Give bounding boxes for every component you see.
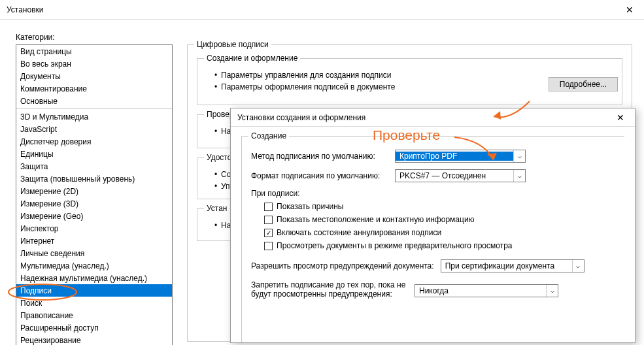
fieldset-legend: Создание и оформление bbox=[204, 54, 300, 63]
checkbox-label: Просмотреть документы в режиме предварит… bbox=[277, 241, 513, 250]
list-item[interactable]: Личные сведения bbox=[16, 247, 172, 259]
list-separator bbox=[16, 108, 172, 109]
list-item[interactable]: Мультимедиа (унаслед.) bbox=[16, 259, 172, 272]
checkbox-label: Показать местоположение и контактную инф… bbox=[277, 215, 475, 224]
close-icon[interactable]: ✕ bbox=[622, 5, 637, 15]
format-label: Формат подписания по умолчанию: bbox=[251, 171, 388, 180]
select-value: PKCS#7 — Отсоединен bbox=[396, 171, 513, 180]
dialog-title: Установки создания и оформления bbox=[237, 113, 613, 122]
fieldset-legend: Цифровые подписи bbox=[194, 40, 271, 49]
window-title: Установки bbox=[7, 5, 622, 14]
close-icon[interactable]: ✕ bbox=[613, 112, 628, 123]
list-item[interactable]: Надежная мультимедиа (унаслед.) bbox=[16, 272, 172, 284]
list-item[interactable]: Измерение (2D) bbox=[16, 185, 172, 197]
window-titlebar: Установки ✕ bbox=[0, 0, 644, 20]
list-item[interactable]: Единицы bbox=[16, 148, 172, 160]
list-item[interactable]: Защита bbox=[16, 160, 172, 172]
checkbox-label: Показать причины bbox=[277, 202, 343, 211]
allow-warnings-select[interactable]: При сертификации документа ⌵ bbox=[441, 259, 585, 272]
revocation-checkbox[interactable]: ✓ bbox=[264, 229, 273, 237]
prohibit-select[interactable]: Никогда ⌵ bbox=[415, 284, 558, 297]
list-item[interactable]: Измерение (Geo) bbox=[16, 210, 172, 222]
list-item[interactable]: Комментирование bbox=[16, 82, 172, 95]
list-item[interactable]: Правописание bbox=[16, 309, 172, 321]
select-value: КриптоПро PDF bbox=[396, 152, 513, 161]
categories-listbox[interactable]: Вид страницыВо весь экранДокументыКоммен… bbox=[16, 44, 173, 345]
when-signing-label: При подписи: bbox=[251, 189, 615, 198]
list-item[interactable]: Интернет bbox=[16, 235, 172, 247]
preview-checkbox[interactable] bbox=[264, 242, 273, 250]
list-item[interactable]: Документы bbox=[16, 70, 172, 82]
list-item[interactable]: Диспетчер доверия bbox=[16, 135, 172, 148]
allow-warnings-label: Разрешить просмотр предупреждений докуме… bbox=[251, 261, 434, 271]
select-value: При сертификации документа bbox=[441, 261, 572, 271]
list-item[interactable]: Расширенный доступ bbox=[16, 321, 172, 334]
format-select[interactable]: PKCS#7 — Отсоединен ⌵ bbox=[395, 169, 526, 182]
checkbox-label: Включать состояние аннулирования подписи bbox=[277, 228, 441, 237]
list-item[interactable]: Рецензирование bbox=[16, 334, 172, 345]
list-item[interactable]: Основные bbox=[16, 95, 172, 107]
reasons-checkbox[interactable] bbox=[264, 203, 273, 211]
prohibit-label: Запретить подписание до тех пор, пока не… bbox=[251, 280, 408, 299]
select-value: Никогда bbox=[415, 286, 546, 295]
method-label: Метод подписания по умолчанию: bbox=[251, 152, 388, 161]
list-item[interactable]: 3D и Мультимедиа bbox=[16, 110, 172, 123]
chevron-down-icon: ⌵ bbox=[513, 170, 525, 182]
more-button[interactable]: Подробнее... bbox=[549, 77, 618, 91]
dialog-titlebar: Установки создания и оформления ✕ bbox=[231, 108, 635, 127]
method-select[interactable]: КриптоПро PDF ⌵ bbox=[395, 150, 526, 163]
creation-fieldset: Создание Метод подписания по умолчанию: … bbox=[241, 136, 624, 343]
location-checkbox[interactable] bbox=[264, 216, 273, 224]
list-item[interactable]: Инспектор bbox=[16, 222, 172, 235]
list-item[interactable]: Вид страницы bbox=[16, 45, 172, 58]
fieldset-legend: Создание bbox=[248, 131, 289, 140]
chevron-down-icon: ⌵ bbox=[572, 260, 584, 272]
list-item[interactable]: Измерение (3D) bbox=[16, 197, 172, 210]
list-item[interactable]: Защита (повышенный уровень) bbox=[16, 172, 172, 185]
creating-fieldset: Создание и оформление Параметры управлен… bbox=[197, 58, 622, 105]
list-item[interactable]: JavaScript bbox=[16, 123, 172, 135]
chevron-down-icon: ⌵ bbox=[546, 285, 558, 297]
chevron-down-icon: ⌵ bbox=[513, 150, 525, 162]
list-item[interactable]: Подписи bbox=[16, 284, 172, 297]
categories-label: Категории: bbox=[16, 33, 632, 42]
fieldset-legend: Устан bbox=[204, 204, 229, 213]
list-item[interactable]: Поиск bbox=[16, 297, 172, 309]
creation-settings-dialog: Установки создания и оформления ✕ Создан… bbox=[230, 108, 636, 343]
list-item[interactable]: Во весь экран bbox=[16, 58, 172, 70]
